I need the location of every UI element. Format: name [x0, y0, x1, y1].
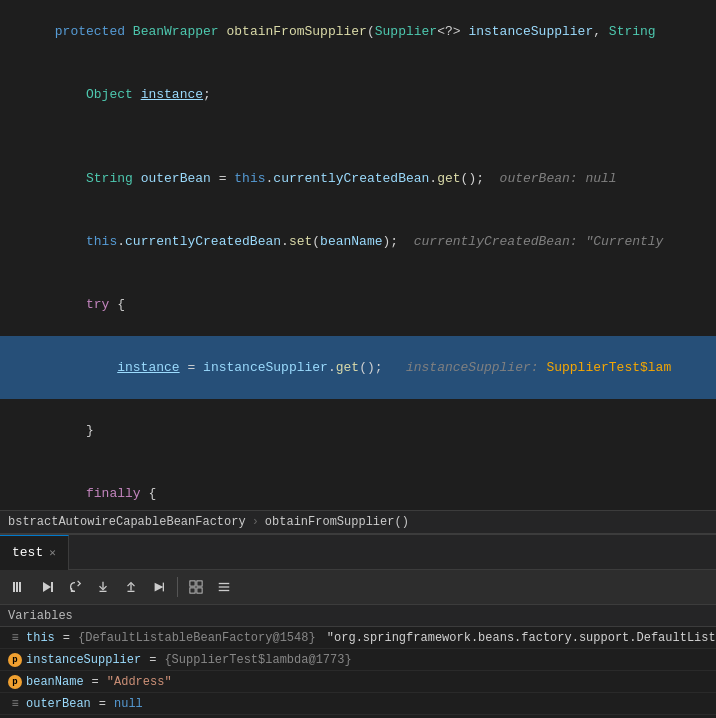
- breadcrumb-class[interactable]: bstractAutowireCapableBeanFactory: [8, 515, 246, 529]
- breadcrumb-method[interactable]: obtainFromSupplier(): [265, 515, 409, 529]
- code-line-3: [0, 126, 716, 147]
- code-line-6: try {: [0, 273, 716, 336]
- tab-test-close[interactable]: ✕: [49, 546, 56, 559]
- step-into-button[interactable]: [90, 574, 116, 600]
- toolbar-separator-1: [177, 577, 178, 597]
- svg-rect-9: [190, 581, 195, 586]
- variables-list: ≡ this = {DefaultListableBeanFactory@154…: [0, 627, 716, 718]
- code-line-4: String outerBean = this.currentlyCreated…: [0, 147, 716, 210]
- var-name-outerBean: outerBean: [26, 697, 91, 711]
- var-icon-outerBean: ≡: [8, 697, 22, 711]
- step-out-button[interactable]: [118, 574, 144, 600]
- breadcrumb-separator: ›: [252, 515, 259, 529]
- tab-test-label: test: [12, 545, 43, 560]
- code-line-7: instance = instanceSupplier.get(); insta…: [0, 336, 716, 399]
- svg-rect-10: [197, 581, 202, 586]
- svg-rect-12: [197, 588, 202, 593]
- svg-rect-0: [13, 582, 15, 592]
- variable-row-outerBean[interactable]: ≡ outerBean = null: [0, 693, 716, 715]
- var-name-instanceSupplier: instanceSupplier: [26, 653, 141, 667]
- var-icon-beanName: p: [8, 675, 22, 689]
- code-editor: protected BeanWrapper obtainFromSupplier…: [0, 0, 716, 510]
- var-name-this: this: [26, 631, 55, 645]
- code-line-5: this.currentlyCreatedBean.set(beanName);…: [0, 210, 716, 273]
- svg-rect-11: [190, 588, 195, 593]
- variable-row-this[interactable]: ≡ this = {DefaultListableBeanFactory@154…: [0, 627, 716, 649]
- variable-row-instanceSupplier[interactable]: p instanceSupplier = {SupplierTest$lambd…: [0, 649, 716, 671]
- code-line-2: Object instance;: [0, 63, 716, 126]
- variables-header-label: Variables: [8, 609, 73, 623]
- variable-row-beanName[interactable]: p beanName = "Address": [0, 671, 716, 693]
- tab-test[interactable]: test ✕: [0, 535, 69, 570]
- svg-rect-3: [51, 582, 53, 592]
- var-icon-instanceSupplier: p: [8, 653, 22, 667]
- debug-panel: test ✕: [0, 534, 716, 718]
- step-over-button[interactable]: [62, 574, 88, 600]
- run-to-cursor-button[interactable]: [146, 574, 172, 600]
- settings-button[interactable]: [211, 574, 237, 600]
- debug-tab-bar: test ✕: [0, 535, 716, 570]
- rerun-button[interactable]: [6, 574, 32, 600]
- svg-rect-2: [19, 582, 21, 592]
- breadcrumb: bstractAutowireCapableBeanFactory › obta…: [0, 510, 716, 534]
- code-line-8: }: [0, 399, 716, 462]
- resume-button[interactable]: [34, 574, 60, 600]
- debug-toolbar: [0, 570, 716, 605]
- variables-header: Variables: [0, 605, 716, 627]
- var-name-beanName: beanName: [26, 675, 84, 689]
- code-line-9: finally {: [0, 462, 716, 510]
- var-icon-this: ≡: [8, 631, 22, 645]
- svg-rect-1: [16, 582, 18, 592]
- code-line-1: protected BeanWrapper obtainFromSupplier…: [0, 0, 716, 63]
- table-view-button[interactable]: [183, 574, 209, 600]
